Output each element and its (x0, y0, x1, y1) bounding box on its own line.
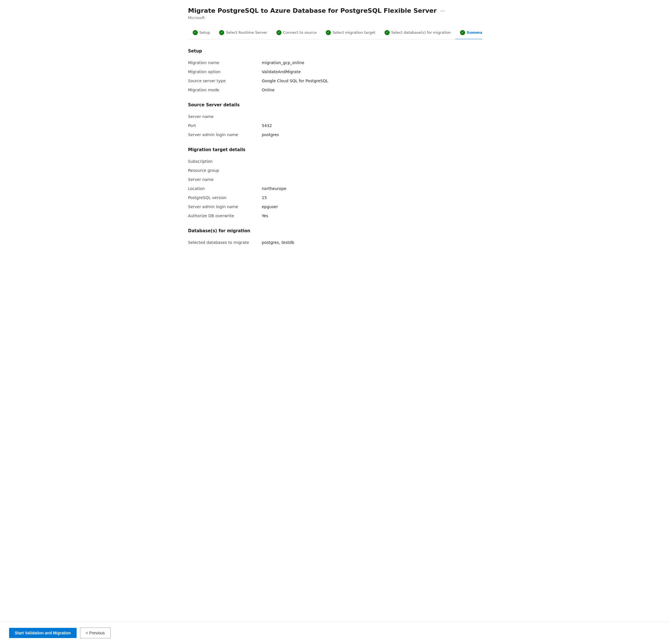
source-server-type-row: Source server type Google Cloud SQL for … (188, 76, 482, 85)
step-setup-label: Setup (200, 30, 210, 35)
setup-section: Setup Migration name migration_gcp_onlin… (188, 49, 482, 94)
wizard-steps: Setup Select Runtime Server Connect to s… (188, 27, 482, 39)
migration-option-value: ValidateAndMigrate (262, 69, 301, 74)
target-server-name-row: Server name (188, 175, 482, 184)
migration-name-row: Migration name migration_gcp_online (188, 58, 482, 67)
source-admin-login-row: Server admin login name postgres (188, 130, 482, 139)
source-server-type-label: Source server type (188, 79, 262, 83)
summary-content: Setup Migration name migration_gcp_onlin… (188, 49, 482, 615)
target-admin-login-value: epguser (262, 204, 278, 209)
migration-mode-label: Migration mode (188, 87, 262, 92)
step-select-db-label: Select database(s) for migration (391, 30, 451, 35)
postgresql-version-row: PostgreSQL version 15 (188, 193, 482, 202)
migration-name-label: Migration name (188, 60, 262, 65)
migration-target-section: Migration target details Subscription Re… (188, 147, 482, 220)
source-server-type-value: Google Cloud SQL for PostgreSQL (262, 79, 328, 83)
location-label: Location (188, 186, 262, 191)
step-summary-label: Summary (467, 30, 482, 35)
step-migration-target[interactable]: Select migration target (321, 27, 380, 39)
authorize-db-overwrite-value: Yes (262, 214, 268, 218)
start-validation-migration-button[interactable]: Start Validation and Migration (9, 628, 77, 638)
step-migration-target-label: Select migration target (333, 30, 375, 35)
step-runtime-label: Select Runtime Server (226, 30, 267, 35)
step-setup-check-icon (193, 30, 198, 35)
step-runtime-check-icon (219, 30, 224, 35)
source-admin-login-label: Server admin login name (188, 133, 262, 137)
resource-group-label: Resource group (188, 168, 262, 173)
page-title: Migrate PostgreSQL to Azure Database for… (188, 7, 437, 15)
target-server-name-label: Server name (188, 177, 262, 182)
subscription-row: Subscription (188, 157, 482, 166)
step-connect-label: Connect to source (283, 30, 317, 35)
step-summary-check-icon (460, 30, 465, 35)
page-header: Migrate PostgreSQL to Azure Database for… (188, 7, 482, 20)
source-server-name-row: Server name (188, 112, 482, 121)
previous-button[interactable]: < Previous (80, 628, 111, 638)
selected-databases-row: Selected databases to migrate postgres, … (188, 238, 482, 247)
step-migration-target-check-icon (326, 30, 331, 35)
more-options-icon[interactable]: ··· (440, 8, 445, 14)
target-admin-login-label: Server admin login name (188, 204, 262, 209)
step-runtime-server[interactable]: Select Runtime Server (215, 27, 271, 39)
source-server-section-title: Source Server details (188, 102, 482, 108)
resource-group-row: Resource group (188, 166, 482, 175)
selected-databases-value: postgres, testdb (262, 240, 294, 245)
source-admin-login-value: postgres (262, 133, 279, 137)
subscription-label: Subscription (188, 159, 262, 164)
step-setup[interactable]: Setup (188, 27, 215, 39)
databases-section: Database(s) for migration Selected datab… (188, 228, 482, 247)
step-select-databases[interactable]: Select database(s) for migration (380, 27, 455, 39)
postgresql-version-label: PostgreSQL version (188, 195, 262, 200)
selected-databases-label: Selected databases to migrate (188, 240, 262, 245)
page-subtitle: Microsoft (188, 16, 482, 20)
migration-mode-row: Migration mode Online (188, 85, 482, 94)
migration-option-label: Migration option (188, 69, 262, 74)
step-select-db-check-icon (385, 30, 390, 35)
source-server-name-label: Server name (188, 114, 262, 119)
location-row: Location northeurope (188, 184, 482, 193)
step-connect-source[interactable]: Connect to source (272, 27, 321, 39)
target-admin-login-row: Server admin login name epguser (188, 202, 482, 211)
migration-target-section-title: Migration target details (188, 147, 482, 152)
authorize-db-overwrite-label: Authorize DB overwrite (188, 214, 262, 218)
step-connect-check-icon (277, 30, 282, 35)
migration-option-row: Migration option ValidateAndMigrate (188, 67, 482, 76)
setup-section-title: Setup (188, 49, 482, 54)
footer: Start Validation and Migration < Previou… (0, 621, 670, 644)
source-port-row: Port 5432 (188, 121, 482, 130)
authorize-db-overwrite-row: Authorize DB overwrite Yes (188, 211, 482, 220)
migration-name-value: migration_gcp_online (262, 60, 305, 65)
source-server-section: Source Server details Server name Port 5… (188, 102, 482, 139)
migration-mode-value: Online (262, 87, 275, 92)
source-port-value: 5432 (262, 123, 272, 128)
databases-section-title: Database(s) for migration (188, 228, 482, 233)
location-value: northeurope (262, 186, 286, 191)
postgresql-version-value: 15 (262, 195, 267, 200)
source-port-label: Port (188, 123, 262, 128)
step-summary[interactable]: Summary (455, 27, 482, 39)
